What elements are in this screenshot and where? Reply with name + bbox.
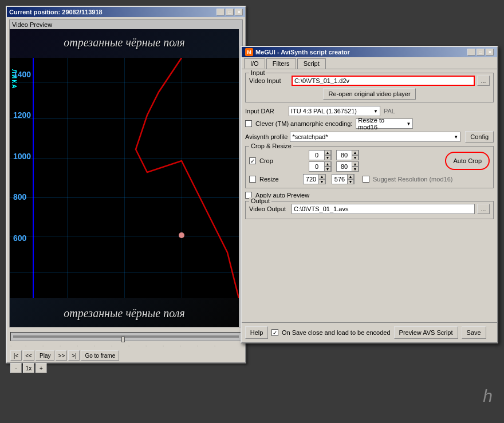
megui-maximize-btn[interactable]: □ bbox=[477, 49, 485, 56]
config-btn[interactable]: Config bbox=[465, 131, 494, 143]
profile-combo[interactable]: *scratchpad* ▼ bbox=[290, 132, 460, 142]
reopen-btn[interactable]: Re-open original video player bbox=[323, 88, 415, 100]
suggest-res-checkbox[interactable] bbox=[363, 176, 369, 183]
profile-combo-arrow: ▼ bbox=[454, 135, 458, 140]
tab-filters[interactable]: Filters bbox=[266, 58, 296, 69]
video-input-field[interactable] bbox=[292, 76, 475, 86]
dar-value: ITU 4:3 PAL (1.367521) bbox=[291, 108, 357, 114]
crop-left-down[interactable]: ▼ bbox=[324, 155, 331, 160]
seekbar-container[interactable] bbox=[10, 332, 242, 341]
video-input-browse-btn[interactable]: ... bbox=[477, 76, 490, 86]
input-section: Input Video Input ... Re-open original v… bbox=[245, 73, 494, 102]
megui-title-text: MeGUI - AviSynth script creator bbox=[255, 49, 350, 56]
first-frame-btn[interactable]: |< bbox=[10, 350, 22, 361]
zoom-minus-btn[interactable]: - bbox=[10, 363, 22, 373]
crop-bottom-down[interactable]: ▼ bbox=[352, 167, 359, 172]
resize-width-arrows: ▲ ▼ bbox=[318, 174, 325, 184]
dar-combo[interactable]: ITU 4:3 PAL (1.367521) ▼ bbox=[289, 106, 380, 116]
resize-label: Resize bbox=[259, 176, 300, 183]
resize-width-spinbox[interactable]: 720 ▲ ▼ bbox=[303, 174, 326, 184]
resize-height-down[interactable]: ▼ bbox=[347, 179, 354, 184]
video-output-row: Video Output ... bbox=[249, 204, 490, 214]
resize-height-spinbox[interactable]: 576 ▲ ▼ bbox=[332, 174, 355, 184]
crop-checkbox[interactable] bbox=[249, 157, 256, 164]
crop-bottom-spinbox[interactable]: 80 ▲ ▼ bbox=[336, 161, 359, 172]
crop-bottom-arrows: ▲ ▼ bbox=[352, 161, 359, 172]
crop-left-up[interactable]: ▲ bbox=[324, 150, 331, 155]
crop-left-arrows: ▲ ▼ bbox=[324, 150, 331, 160]
crop-left-spinbox[interactable]: 0 ▲ ▼ bbox=[309, 150, 332, 160]
resize-height-arrows: ▲ ▼ bbox=[347, 174, 354, 184]
crop-top-up[interactable]: ▲ bbox=[352, 150, 359, 155]
resize-checkbox[interactable] bbox=[249, 176, 256, 183]
video-output-label: Video Output bbox=[249, 205, 289, 212]
megui-close-btn[interactable]: ✕ bbox=[486, 49, 494, 56]
video-preview-titlebar: Current position: 29082/113918 _ □ ✕ bbox=[7, 7, 245, 17]
resize-width-up[interactable]: ▲ bbox=[318, 174, 325, 179]
tick-1400: 1400 bbox=[13, 70, 31, 79]
resize-width-val: 720 bbox=[304, 176, 318, 183]
save-btn[interactable]: Save bbox=[462, 326, 486, 339]
play-btn[interactable]: Play bbox=[36, 350, 54, 361]
resize-height-up[interactable]: ▲ bbox=[347, 174, 354, 179]
crop-row: Crop 0 ▲ ▼ 80 ▲ bbox=[249, 150, 490, 172]
output-section: Output Video Output ... bbox=[245, 201, 494, 219]
megui-minimize-btn[interactable]: _ bbox=[467, 49, 475, 56]
auto-crop-btn[interactable]: Auto Crop bbox=[445, 152, 490, 170]
crop-right-spinbox[interactable]: 0 ▲ ▼ bbox=[309, 161, 332, 172]
clever-encoding-checkbox[interactable] bbox=[245, 120, 252, 127]
next-frame-btn[interactable]: >> bbox=[56, 350, 67, 361]
last-frame-btn[interactable]: >| bbox=[68, 350, 80, 361]
goto-frame-btn[interactable]: Go to frame bbox=[81, 350, 119, 361]
on-save-label: On Save close and load to be encoded bbox=[282, 329, 391, 336]
crop-right-val: 0 bbox=[309, 163, 324, 170]
crop-top-row: 0 ▲ ▼ 80 ▲ ▼ bbox=[309, 150, 359, 160]
tab-script[interactable]: Script bbox=[297, 58, 326, 69]
corner-mark: h bbox=[483, 386, 493, 406]
close-btn[interactable]: ✕ bbox=[235, 9, 243, 15]
seekbar-thumb[interactable] bbox=[121, 337, 125, 342]
video-content: отрезанные чёрные поля ЛИКА bbox=[10, 29, 239, 327]
on-save-checkbox[interactable] bbox=[271, 329, 278, 336]
crop-right-up[interactable]: ▲ bbox=[324, 161, 331, 167]
zoom-1x-btn[interactable]: 1x bbox=[23, 363, 34, 373]
minimize-btn[interactable]: _ bbox=[216, 9, 225, 15]
megui-content: Input Video Input ... Re-open original v… bbox=[242, 69, 497, 226]
video-preview-window: Current position: 29082/113918 _ □ ✕ Vid… bbox=[6, 6, 246, 363]
megui-window: M MeGUI - AviSynth script creator _ □ ✕ … bbox=[241, 46, 498, 343]
crop-bottom-up[interactable]: ▲ bbox=[352, 161, 359, 167]
dar-row: Input DAR ITU 4:3 PAL (1.367521) ▼ PAL bbox=[245, 106, 494, 116]
suggest-res-label: Suggest Resolution (mod16) bbox=[373, 176, 452, 183]
tick-800: 800 bbox=[13, 192, 26, 201]
megui-titlebar: M MeGUI - AviSynth script creator _ □ ✕ bbox=[242, 47, 497, 57]
crop-top-spinbox[interactable]: 80 ▲ ▼ bbox=[336, 150, 359, 160]
playback-controls: |< << Play >> >| Go to frame bbox=[8, 349, 244, 362]
zoom-plus-btn[interactable]: + bbox=[36, 363, 47, 373]
tick-600: 600 bbox=[13, 234, 26, 243]
profile-value: *scratchpad* bbox=[292, 133, 328, 140]
crop-right-down[interactable]: ▼ bbox=[324, 167, 331, 172]
grid-lines bbox=[10, 58, 239, 298]
profile-row: Avisynth profile *scratchpad* ▼ Config bbox=[245, 131, 494, 143]
crop-top-val: 80 bbox=[337, 152, 352, 159]
help-btn[interactable]: Help bbox=[245, 326, 268, 339]
video-output-browse-btn[interactable]: ... bbox=[477, 204, 490, 214]
megui-icon: M bbox=[245, 48, 253, 56]
tab-io[interactable]: I/O bbox=[244, 58, 265, 69]
video-input-row: Video Input ... bbox=[249, 76, 490, 86]
crop-left-val: 0 bbox=[309, 152, 324, 159]
megui-titlebar-buttons: _ □ ✕ bbox=[467, 49, 494, 56]
video-frame: отрезанные чёрные поля ЛИКА bbox=[10, 29, 239, 327]
clever-encoding-combo[interactable]: Resize to mod16 ▼ bbox=[356, 118, 413, 129]
preview-avs-btn[interactable]: Preview AVS Script bbox=[394, 326, 458, 339]
crop-values: 0 ▲ ▼ 80 ▲ ▼ bbox=[309, 150, 359, 172]
overlay-text-top: отрезанные чёрные поля bbox=[10, 36, 239, 49]
prev-frame-btn[interactable]: << bbox=[23, 350, 34, 361]
apply-auto-preview-row: Apply auto Preview bbox=[245, 192, 494, 199]
resize-width-down[interactable]: ▼ bbox=[318, 179, 325, 184]
maximize-btn[interactable]: □ bbox=[226, 9, 234, 15]
crop-top-down[interactable]: ▼ bbox=[352, 155, 359, 160]
clever-combo-arrow: ▼ bbox=[406, 121, 411, 126]
video-input-label: Video Input bbox=[249, 77, 289, 84]
video-output-field[interactable] bbox=[292, 204, 475, 214]
